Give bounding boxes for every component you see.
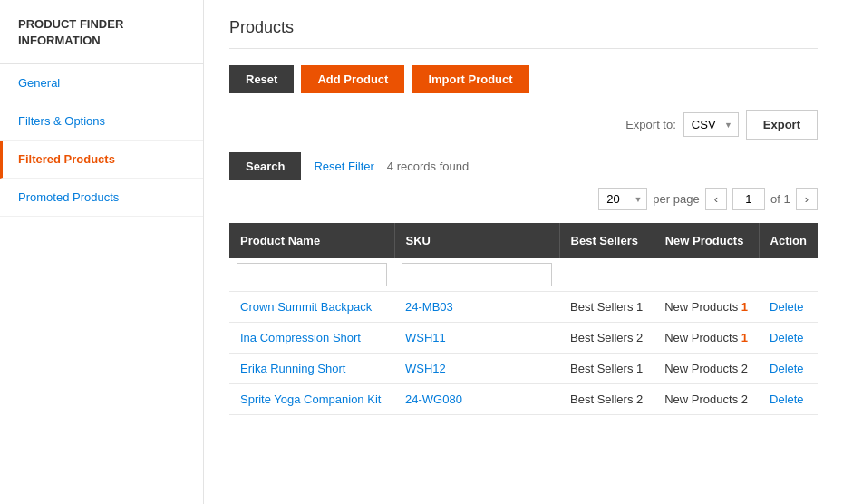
sidebar-title: PRODUCT FINDER INFORMATION bbox=[0, 0, 203, 64]
product-new-products: New Products 1 bbox=[654, 292, 759, 323]
product-sku-link[interactable]: 24-MB03 bbox=[405, 300, 453, 314]
product-new-products: New Products 2 bbox=[654, 354, 759, 384]
product-sku-link[interactable]: WSH12 bbox=[405, 362, 446, 375]
main-content: Products Reset Add Product Import Produc… bbox=[204, 0, 843, 504]
pagination-page-input[interactable] bbox=[732, 188, 765, 210]
table-header-action: Action bbox=[759, 223, 818, 258]
export-format-select[interactable]: CSV XML bbox=[683, 112, 739, 137]
table-header-best-sellers: Best Sellers bbox=[559, 223, 654, 258]
per-page-label: per page bbox=[653, 192, 699, 206]
delete-action-link[interactable]: Delete bbox=[770, 300, 804, 314]
sidebar-item-filters-options[interactable]: Filters & Options bbox=[0, 102, 203, 141]
export-button[interactable]: Export bbox=[746, 110, 818, 140]
product-best-sellers: Best Sellers 2 bbox=[559, 323, 654, 354]
product-name-link[interactable]: Ina Compression Short bbox=[240, 331, 361, 344]
product-sku-link[interactable]: WSH11 bbox=[405, 331, 446, 344]
product-new-products: New Products 1 bbox=[654, 323, 759, 354]
sidebar-item-general[interactable]: General bbox=[0, 64, 203, 102]
filter-input-product-name[interactable] bbox=[237, 263, 387, 286]
product-best-sellers: Best Sellers 1 bbox=[559, 292, 654, 323]
reset-filter-link[interactable]: Reset Filter bbox=[314, 160, 373, 173]
product-sku-link[interactable]: 24-WG080 bbox=[405, 393, 462, 406]
product-new-products: New Products 2 bbox=[654, 384, 759, 415]
product-best-sellers: Best Sellers 2 bbox=[559, 384, 654, 415]
records-found: 4 records found bbox=[387, 160, 469, 173]
sidebar-item-filtered-products[interactable]: Filtered Products bbox=[0, 141, 203, 179]
per-page-select[interactable]: 20 50 100 bbox=[598, 188, 647, 210]
per-page-select-wrapper[interactable]: 20 50 100 bbox=[598, 188, 647, 210]
delete-action-link[interactable]: Delete bbox=[770, 393, 804, 406]
table-header-product-name: Product Name bbox=[229, 223, 394, 258]
product-name-link[interactable]: Sprite Yoga Companion Kit bbox=[240, 393, 381, 406]
export-row: Export to: CSV XML Export bbox=[229, 110, 818, 140]
product-best-sellers: Best Sellers 1 bbox=[559, 354, 654, 384]
table-filter-row bbox=[229, 258, 818, 292]
product-name-link[interactable]: Erika Running Short bbox=[240, 362, 345, 375]
export-select-wrapper[interactable]: CSV XML bbox=[683, 112, 739, 137]
delete-action-link[interactable]: Delete bbox=[770, 331, 804, 344]
pagination-prev-button[interactable]: ‹ bbox=[705, 188, 727, 210]
export-label: Export to: bbox=[625, 118, 676, 131]
import-product-button[interactable]: Import Product bbox=[412, 65, 528, 93]
search-button[interactable]: Search bbox=[229, 152, 301, 180]
sidebar: PRODUCT FINDER INFORMATION GeneralFilter… bbox=[0, 0, 204, 504]
table-row: Sprite Yoga Companion Kit24-WG080Best Se… bbox=[229, 384, 818, 415]
add-product-button[interactable]: Add Product bbox=[301, 65, 404, 93]
filter-input-sku[interactable] bbox=[402, 263, 552, 286]
page-title: Products bbox=[229, 18, 818, 49]
table-row: Crown Summit Backpack24-MB03Best Sellers… bbox=[229, 292, 818, 323]
table-row: Ina Compression ShortWSH11Best Sellers 2… bbox=[229, 323, 818, 354]
pagination-next-button[interactable]: › bbox=[796, 188, 818, 210]
pagination-of: of 1 bbox=[770, 192, 790, 206]
pagination-row: 20 50 100 per page ‹ of 1 › bbox=[229, 188, 818, 210]
search-row: Search Reset Filter 4 records found bbox=[229, 152, 818, 180]
table-header-new-products: New Products bbox=[654, 223, 759, 258]
action-buttons-row: Reset Add Product Import Product bbox=[229, 65, 818, 93]
table-row: Erika Running ShortWSH12Best Sellers 1Ne… bbox=[229, 354, 818, 384]
delete-action-link[interactable]: Delete bbox=[770, 362, 804, 375]
product-name-link[interactable]: Crown Summit Backpack bbox=[240, 300, 372, 314]
products-table: Product NameSKUBest SellersNew ProductsA… bbox=[229, 223, 818, 415]
sidebar-item-promoted-products[interactable]: Promoted Products bbox=[0, 179, 203, 217]
reset-button[interactable]: Reset bbox=[229, 65, 294, 93]
table-header-sku: SKU bbox=[394, 223, 559, 258]
